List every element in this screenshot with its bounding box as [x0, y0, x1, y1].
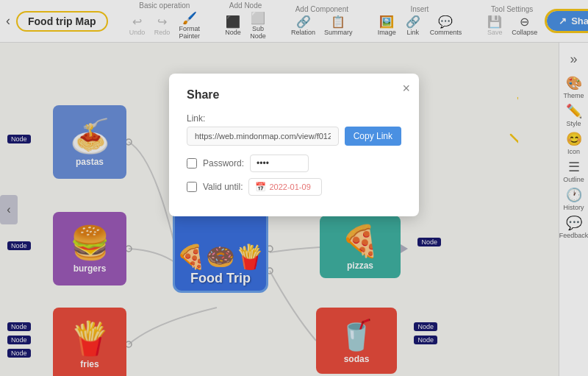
valid-date-input[interactable]: 📅 2022-01-09 [248, 178, 322, 196]
link-url-input[interactable] [187, 127, 339, 146]
password-row: Password: [187, 155, 401, 172]
modal-close-button[interactable]: × [402, 81, 410, 96]
link-input-row: Copy Link [187, 127, 401, 146]
valid-until-row: Valid until: 📅 2022-01-09 [187, 178, 401, 196]
password-input[interactable] [250, 155, 309, 172]
valid-until-checkbox[interactable] [187, 182, 197, 192]
copy-link-button[interactable]: Copy Link [345, 127, 401, 146]
modal-title: Share [187, 88, 401, 102]
link-label: Link: [187, 113, 401, 124]
valid-date-value: 2022-01-09 [269, 182, 310, 191]
calendar-icon: 📅 [255, 182, 266, 192]
password-label: Password: [203, 158, 244, 169]
share-modal: Share × Link: Copy Link Password: Valid … [169, 74, 419, 216]
valid-until-label: Valid until: [203, 182, 243, 192]
modal-overlay: Share × Link: Copy Link Password: Valid … [0, 0, 588, 376]
link-field: Link: Copy Link [187, 113, 401, 146]
password-checkbox[interactable] [187, 158, 197, 169]
